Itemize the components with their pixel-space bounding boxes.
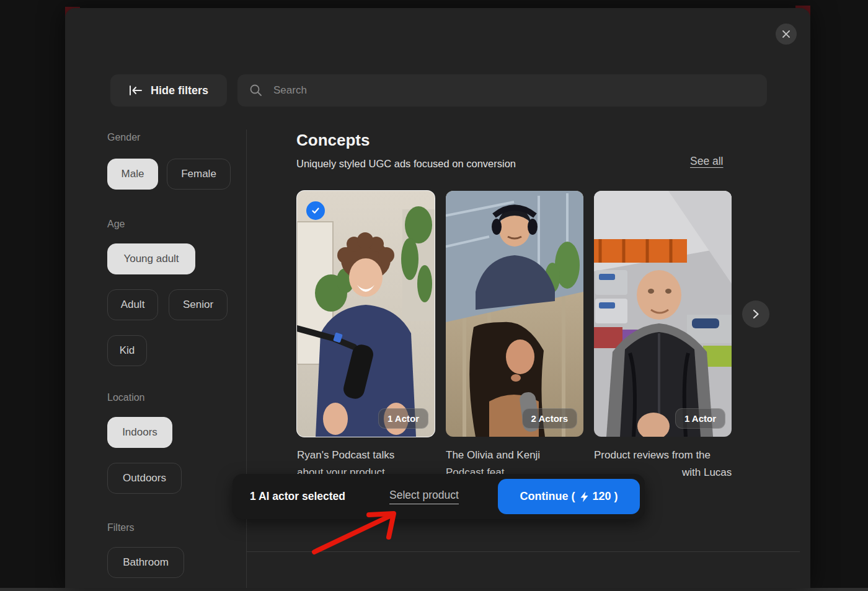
continue-credits: 120: [592, 490, 611, 503]
selection-count-text: 1 AI actor selected: [250, 490, 345, 503]
filter-chip-male[interactable]: Male: [107, 159, 158, 190]
filter-chip-adult[interactable]: Adult: [107, 289, 158, 320]
chip-label: Kid: [120, 344, 135, 357]
filter-chip-young-adult[interactable]: Young adult: [107, 243, 195, 274]
selection-action-bar: 1 AI actor selected Select product Conti…: [232, 474, 645, 519]
actor-count-badge: 1 Actor: [675, 408, 725, 429]
actor-count-badge: 1 Actor: [378, 408, 428, 429]
chevron-right-icon: [750, 308, 762, 320]
chip-label: Indoors: [122, 426, 157, 439]
location-group-label: Location: [107, 392, 145, 403]
chip-label: Male: [122, 168, 144, 180]
continue-label-prefix: Continue (: [520, 490, 575, 503]
bolt-icon: [580, 491, 589, 502]
actor-photo-illustration: [446, 191, 583, 437]
filter-chip-kid[interactable]: Kid: [107, 335, 147, 366]
actor-count-badge: 2 Actors: [522, 408, 577, 429]
continue-label-suffix: ): [614, 490, 618, 503]
page-background: Hide filters Gender Male Female Age Youn…: [0, 0, 868, 591]
checkmark-icon: [311, 206, 321, 216]
hide-filters-label: Hide filters: [151, 84, 208, 97]
age-group-label: Age: [107, 219, 125, 230]
card-caption-line1: Product reviews from the: [594, 449, 743, 462]
search-icon: [249, 83, 264, 98]
filter-chip-female[interactable]: Female: [167, 159, 231, 190]
hide-filters-button[interactable]: Hide filters: [110, 74, 227, 107]
gender-group-label: Gender: [107, 132, 140, 143]
close-button[interactable]: [776, 24, 797, 45]
search-input[interactable]: [273, 84, 756, 97]
chip-label: Bathroom: [123, 556, 169, 569]
concept-card-lucas-reviews[interactable]: 1 Actor: [594, 191, 732, 437]
close-icon: [781, 29, 791, 39]
actor-photo-illustration: [297, 191, 435, 437]
chip-label: Adult: [121, 299, 145, 311]
filter-chip-outdoors[interactable]: Outdoors: [107, 463, 182, 494]
filters-group-label: Filters: [107, 522, 135, 533]
continue-button[interactable]: Continue ( 120 ): [498, 479, 640, 514]
card-caption-line1: The Olivia and Kenji: [446, 449, 595, 462]
sidebar-divider: [246, 129, 247, 588]
concept-card-ryans-podcast[interactable]: 1 Actor: [297, 191, 435, 437]
next-concepts-button[interactable]: [742, 300, 769, 328]
chip-label: Senior: [183, 299, 213, 311]
collapse-filters-icon: [129, 85, 143, 96]
concept-card-olivia-kenji[interactable]: 2 Actors: [446, 191, 583, 437]
actor-selection-modal: Hide filters Gender Male Female Age Youn…: [65, 8, 810, 588]
chip-label: Female: [181, 168, 216, 180]
filter-chip-indoors[interactable]: Indoors: [107, 417, 172, 448]
selected-check-badge: [306, 201, 325, 220]
see-all-link[interactable]: See all: [690, 155, 724, 168]
concepts-title: Concepts: [296, 131, 370, 150]
concepts-subtitle: Uniquely styled UGC ads focused on conve…: [296, 158, 516, 170]
chip-label: Outdoors: [123, 472, 166, 484]
select-product-link[interactable]: Select product: [389, 489, 459, 504]
filter-chip-bathroom[interactable]: Bathroom: [107, 547, 184, 578]
bottom-page-edge: [0, 588, 868, 591]
chip-label: Young adult: [123, 253, 179, 265]
actor-photo-illustration: [594, 191, 732, 437]
content-row-divider: [247, 551, 800, 552]
search-bar[interactable]: [237, 74, 767, 107]
card-caption-line1: Ryan's Podcast talks: [297, 449, 446, 462]
filter-chip-senior[interactable]: Senior: [169, 289, 228, 320]
